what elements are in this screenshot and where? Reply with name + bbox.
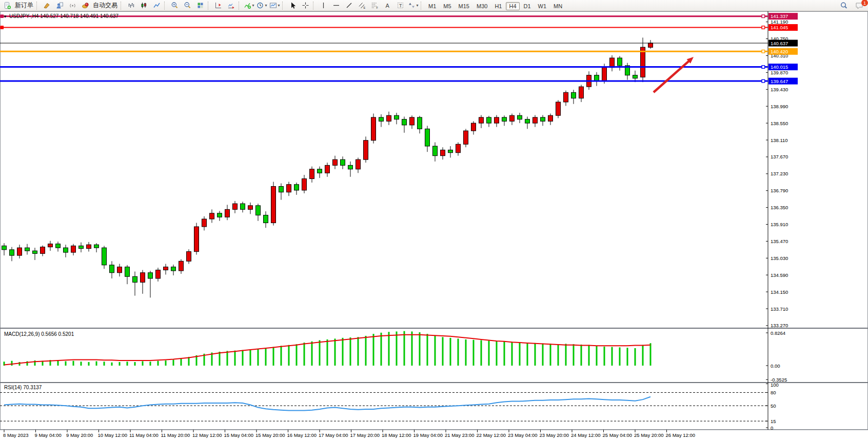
candle-body	[133, 276, 137, 282]
horizontal-line-icon	[332, 2, 340, 9]
cursor-button[interactable]	[286, 0, 299, 11]
tf-button-H4[interactable]: H4	[506, 2, 519, 10]
candle-body	[595, 75, 599, 81]
templates-button[interactable]: ▾	[268, 0, 281, 11]
new-order-label[interactable]: 新订单	[14, 1, 35, 10]
candle-body	[48, 244, 53, 247]
separator	[121, 2, 124, 10]
line-anchor[interactable]	[762, 26, 765, 29]
styles-button[interactable]	[41, 0, 53, 11]
auto-scroll-button[interactable]	[225, 0, 238, 11]
macd-histogram-bar	[496, 341, 498, 366]
tf-button-D1[interactable]: D1	[521, 2, 534, 10]
bar-chart-button[interactable]	[125, 0, 137, 11]
date-tick-label: 25 May 04:00	[603, 432, 633, 438]
line-chart-button[interactable]	[150, 0, 163, 11]
macd-histogram-bar	[527, 343, 528, 366]
price-tick-label: 133.270	[771, 323, 788, 328]
chat-button[interactable]: 1	[853, 0, 866, 11]
channel-button[interactable]: E	[356, 0, 368, 11]
tf-button-M15[interactable]: M15	[456, 2, 472, 10]
chart-shift-button[interactable]	[212, 0, 225, 11]
vertical-line-button[interactable]	[317, 0, 330, 11]
price-badge-label: 140.015	[771, 64, 788, 70]
candle-body	[579, 87, 584, 98]
line-anchor[interactable]	[1, 26, 4, 29]
macd-histogram-bar	[635, 348, 636, 366]
chart-window: ▼USDJPY-,H4 140.527 140.718 140.491 140.…	[0, 11, 868, 441]
signals-button[interactable]	[66, 0, 79, 11]
tf-button-M30[interactable]: M30	[474, 2, 490, 10]
auto-trading-label[interactable]: 自动交易	[92, 1, 120, 10]
market-depth-icon	[56, 2, 64, 9]
candle-body	[379, 117, 384, 121]
auto-trading-button[interactable]	[79, 0, 92, 11]
candle-body	[210, 213, 214, 219]
macd-histogram-bar	[604, 347, 605, 366]
candle-body	[548, 115, 553, 121]
arrows-button[interactable]: ▾	[407, 0, 420, 11]
crosshair-button[interactable]	[299, 0, 312, 11]
date-tick-label: 17 May 04:00	[319, 432, 348, 438]
price-badge-label: 139.647	[771, 78, 788, 84]
candle-body	[264, 215, 268, 223]
price-tick-label: 139.870	[771, 70, 788, 75]
symbol-dropdown-icon[interactable]: ▼	[3, 14, 7, 19]
candle-body	[610, 58, 615, 68]
notification-badge: 1	[861, 0, 868, 6]
date-tick-label: 12 May 12:00	[192, 432, 222, 438]
chart-canvas[interactable]: ▼USDJPY-,H4 140.527 140.718 140.491 140.…	[0, 11, 868, 441]
macd-histogram-bar	[596, 346, 598, 366]
tf-button-M5[interactable]: M5	[440, 2, 454, 10]
line-anchor[interactable]	[762, 15, 765, 18]
candle-body	[448, 150, 453, 152]
tf-button-W1[interactable]: W1	[535, 2, 550, 10]
macd-histogram-bar	[504, 342, 505, 366]
candle-body	[187, 252, 191, 262]
signal-icon	[69, 2, 76, 9]
macd-histogram-bar	[473, 340, 475, 366]
horizontal-line-button[interactable]	[330, 0, 343, 11]
line-anchor[interactable]	[762, 66, 765, 69]
price-tick-label: 135.470	[771, 238, 788, 244]
rsi-tick-label: 0	[771, 425, 773, 431]
trendline-button[interactable]	[343, 0, 356, 11]
candle-body	[425, 129, 430, 146]
macd-histogram-bar	[327, 339, 328, 366]
date-tick-label: 18 May 12:00	[382, 432, 411, 438]
date-tick-label: 19 May 04:00	[413, 432, 443, 438]
price-badge-label: 140.637	[771, 41, 788, 46]
new-order-button[interactable]	[1, 0, 14, 11]
macd-histogram-bar	[442, 337, 444, 366]
tf-button-M1[interactable]: M1	[425, 2, 439, 10]
tile-windows-icon	[196, 2, 204, 9]
candle-body	[456, 144, 461, 152]
periods-button[interactable]: ▾	[255, 0, 268, 11]
macd-histogram-bar	[519, 342, 521, 366]
price-badge-label: 140.420	[771, 49, 788, 54]
price-tick-label: 137.670	[771, 154, 788, 159]
line-anchor[interactable]	[762, 79, 765, 83]
fibonacci-button[interactable]: F	[368, 0, 381, 11]
text-button[interactable]: A	[381, 0, 394, 11]
market-depth-button[interactable]	[53, 0, 66, 11]
line-anchor[interactable]	[762, 50, 765, 53]
tf-button-H1[interactable]: H1	[491, 2, 505, 10]
candle-body	[179, 261, 184, 271]
candle-body	[64, 248, 68, 252]
indicators-button[interactable]: ▾	[243, 0, 255, 11]
text-label-button[interactable]: T	[394, 0, 407, 11]
zoom-out-button[interactable]	[181, 0, 194, 11]
macd-histogram-bar	[142, 361, 144, 366]
search-button[interactable]	[837, 0, 850, 11]
tf-button-MN[interactable]: MN	[550, 2, 565, 10]
bar-chart-icon	[127, 2, 135, 9]
macd-histogram-bar	[573, 344, 575, 366]
candlestick-chart-button[interactable]	[137, 0, 150, 11]
tile-windows-button[interactable]	[194, 0, 207, 11]
macd-histogram-bar	[19, 362, 21, 366]
zoom-in-button[interactable]	[168, 0, 181, 11]
search-icon	[840, 2, 848, 10]
macd-histogram-bar	[134, 362, 136, 366]
macd-histogram-bar	[535, 343, 536, 366]
